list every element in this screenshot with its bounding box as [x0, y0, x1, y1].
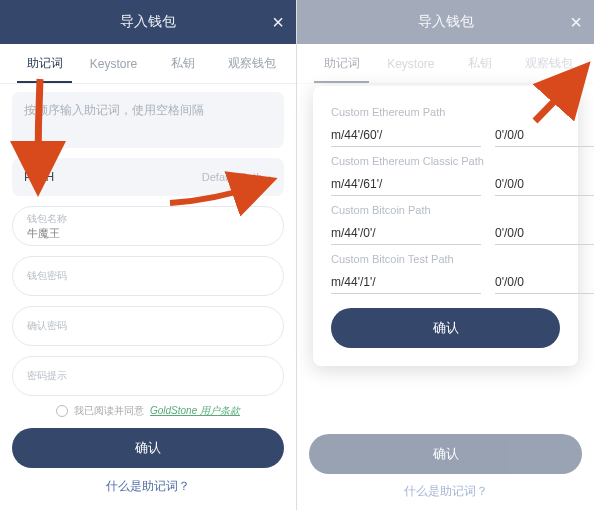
mnemonic-input[interactable]: 按顺序输入助记词，使用空格间隔 [12, 92, 284, 148]
tab-mnemonic[interactable]: 助记词 [10, 45, 79, 82]
header-title: 导入钱包 [120, 13, 176, 31]
section-title: Custom Ethereum Classic Path [331, 155, 560, 167]
modal-confirm-button[interactable]: 确认 [331, 308, 560, 348]
path-suffix-input[interactable] [495, 271, 594, 294]
tabs: 助记词 Keystore 私钥 观察钱包 [0, 44, 296, 84]
agree-text: 我已阅读并同意 [74, 404, 144, 418]
wallet-name-field[interactable]: 钱包名称 牛魔王 [12, 206, 284, 246]
path-section-etc: Custom Ethereum Classic Path [331, 155, 560, 196]
tab-private-key: 私钥 [446, 45, 515, 82]
section-title: Custom Bitcoin Test Path [331, 253, 560, 265]
path-suffix-input[interactable] [495, 173, 594, 196]
path-suffix-input[interactable] [495, 124, 594, 147]
password-hint-field[interactable]: 密码提示 [12, 356, 284, 396]
wallet-password-field[interactable]: 钱包密码 [12, 256, 284, 296]
terms-link[interactable]: GoldStone 用户条款 [150, 404, 240, 418]
password-hint-label: 密码提示 [27, 369, 269, 383]
wallet-password-label: 钱包密码 [27, 269, 269, 283]
close-icon[interactable]: × [272, 12, 284, 32]
path-section-eth: Custom Ethereum Path [331, 106, 560, 147]
section-title: Custom Ethereum Path [331, 106, 560, 118]
path-value: Default Path › [202, 171, 272, 183]
tab-watch-wallet: 观察钱包 [515, 45, 584, 82]
tabs: 助记词 Keystore 私钥 观察钱包 [297, 44, 594, 84]
tab-private-key[interactable]: 私钥 [148, 45, 217, 82]
what-is-mnemonic-link[interactable]: 什么是助记词？ [0, 478, 296, 495]
path-prefix-input[interactable] [331, 173, 481, 196]
path-prefix-input[interactable] [331, 124, 481, 147]
section-title: Custom Bitcoin Path [331, 204, 560, 216]
header-title: 导入钱包 [418, 13, 474, 31]
custom-path-modal: Custom Ethereum Path Custom Ethereum Cla… [313, 86, 578, 366]
tab-mnemonic: 助记词 [307, 45, 376, 82]
wallet-name-value: 牛魔王 [27, 226, 269, 241]
path-section-btc-test: Custom Bitcoin Test Path [331, 253, 560, 294]
confirm-password-label: 确认密码 [27, 319, 269, 333]
agree-terms-row[interactable]: 我已阅读并同意 GoldStone 用户条款 [12, 404, 284, 418]
path-suffix-input[interactable] [495, 222, 594, 245]
confirm-button-bg: 确认 [309, 434, 582, 474]
screen-import-wallet: 导入钱包 × 助记词 Keystore 私钥 观察钱包 按顺序输入助记词，使用空… [0, 0, 297, 510]
path-section-btc: Custom Bitcoin Path [331, 204, 560, 245]
tab-keystore: Keystore [376, 47, 445, 81]
wallet-name-label: 钱包名称 [27, 212, 269, 226]
chevron-right-icon: › [268, 171, 272, 183]
path-prefix-input[interactable] [331, 271, 481, 294]
tab-keystore[interactable]: Keystore [79, 47, 148, 81]
path-selector[interactable]: PATH Default Path › [12, 158, 284, 196]
tab-watch-wallet[interactable]: 观察钱包 [217, 45, 286, 82]
confirm-password-field[interactable]: 确认密码 [12, 306, 284, 346]
path-prefix-input[interactable] [331, 222, 481, 245]
close-icon[interactable]: × [570, 12, 582, 32]
what-is-mnemonic-link-bg: 什么是助记词？ [297, 483, 594, 500]
checkbox-icon[interactable] [56, 405, 68, 417]
path-label: PATH [24, 170, 54, 184]
form-body: 按顺序输入助记词，使用空格间隔 PATH Default Path › 钱包名称… [0, 84, 296, 418]
header: 导入钱包 × [297, 0, 594, 44]
header: 导入钱包 × [0, 0, 296, 44]
screen-path-modal: 导入钱包 × 助记词 Keystore 私钥 观察钱包 确认 什么是助记词？ C… [297, 0, 594, 510]
confirm-button[interactable]: 确认 [12, 428, 284, 468]
